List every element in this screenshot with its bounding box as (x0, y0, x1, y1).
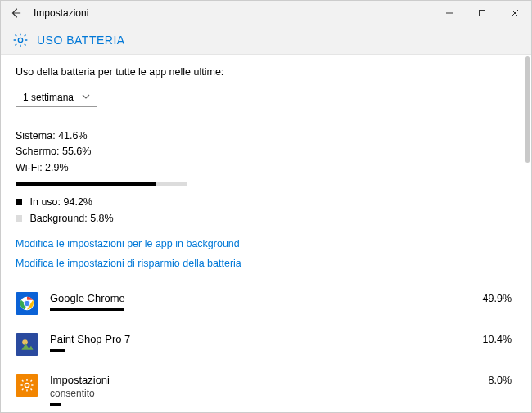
period-dropdown[interactable]: 1 settimana (16, 88, 97, 107)
chevron-down-icon (82, 92, 90, 103)
app-body: Paint Shop Pro 710.4% (50, 333, 516, 352)
app-name: Paint Shop Pro 7 (50, 333, 459, 345)
legend-background: Background: 5.8% (16, 210, 516, 227)
maximize-icon (478, 9, 486, 17)
app-percent: 8.0% (459, 375, 516, 386)
app-name: Impostazioni (50, 374, 459, 386)
maximize-button[interactable] (466, 1, 498, 25)
app-body: Google Chrome49.9% (50, 292, 516, 311)
svg-point-4 (24, 300, 30, 307)
app-percent: 49.9% (459, 293, 516, 304)
content-area: Uso della batteria per tutte le app nell… (1, 55, 531, 412)
window-title: Impostazioni (34, 7, 88, 19)
window-controls (433, 1, 531, 25)
system-stats: Sistema: 41.6% Schermo: 55.6% Wi-Fi: 2.9… (16, 128, 516, 176)
app-row[interactable]: Impostazioni8.0%consentito (16, 369, 516, 412)
scrollbar-thumb[interactable] (525, 56, 530, 163)
gear-icon (12, 32, 29, 48)
psp-icon (16, 333, 38, 356)
app-usage-bar (50, 403, 61, 406)
link-battery-saver-settings[interactable]: Modifica le impostazioni di risparmio de… (16, 258, 516, 269)
app-percent: 10.4% (459, 334, 516, 345)
link-bg-app-settings[interactable]: Modifica le impostazioni per le app in b… (16, 238, 516, 249)
svg-rect-0 (480, 11, 485, 16)
app-row[interactable]: Google Chrome49.9% (16, 287, 516, 328)
close-icon (511, 9, 519, 17)
titlebar: Impostazioni (1, 1, 531, 25)
period-selected: 1 settimana (23, 92, 74, 103)
overall-usage-bar (16, 182, 187, 186)
app-row[interactable]: Paint Shop Pro 710.4% (16, 328, 516, 369)
chrome-icon (16, 292, 38, 315)
back-button[interactable] (7, 5, 24, 21)
app-subtext: consentito (50, 388, 516, 399)
legend-inuse-swatch (16, 199, 22, 205)
back-arrow-icon (10, 7, 21, 19)
stat-system: Sistema: 41.6% (16, 128, 516, 144)
svg-point-1 (18, 38, 22, 42)
stat-screen: Schermo: 55.6% (16, 144, 516, 159)
app-usage-bar (50, 308, 124, 311)
overall-usage-bar-fill (16, 182, 156, 186)
legend-inuse: In uso: 94.2% (16, 194, 516, 210)
page-title: USO BATTERIA (37, 34, 125, 47)
settings-icon (16, 374, 38, 397)
svg-rect-5 (19, 336, 35, 352)
svg-point-7 (25, 384, 29, 388)
app-usage-bar (50, 349, 65, 352)
app-list: Google Chrome49.9%Paint Shop Pro 710.4%I… (16, 287, 516, 412)
legend: In uso: 94.2% Background: 5.8% (16, 194, 516, 227)
legend-background-swatch (16, 215, 22, 222)
app-name: Google Chrome (50, 292, 459, 304)
app-body: Impostazioni8.0%consentito (50, 374, 516, 406)
page-header: USO BATTERIA (1, 25, 531, 55)
minimize-button[interactable] (433, 1, 466, 25)
close-button[interactable] (498, 1, 531, 25)
minimize-icon (445, 9, 453, 17)
stat-wifi: Wi-Fi: 2.9% (16, 160, 516, 176)
intro-text: Uso della batteria per tutte le app nell… (16, 66, 516, 78)
svg-point-6 (22, 339, 28, 345)
